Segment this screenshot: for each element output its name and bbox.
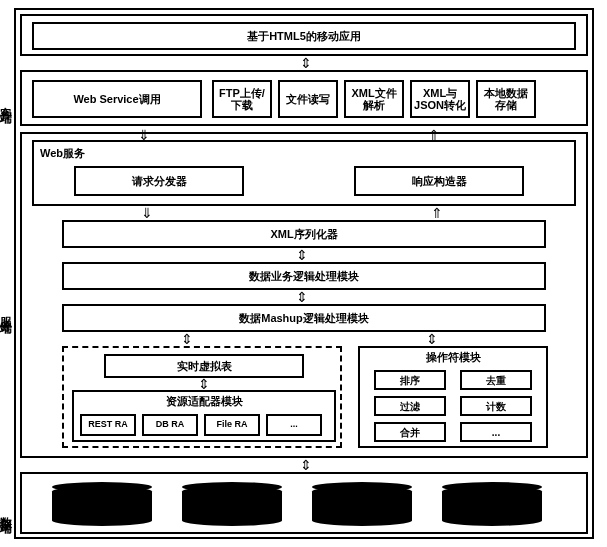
resource-group: 实时虚拟表 ⇕ 资源适配器模块 REST RA DB RA File RA ..… bbox=[62, 346, 342, 448]
ftp-box: FTP上传/下载 bbox=[212, 80, 272, 118]
responder-box: 响应构造器 bbox=[354, 166, 524, 196]
ra-file-box: File RA bbox=[204, 414, 260, 436]
ra-rest-box: REST RA bbox=[80, 414, 136, 436]
ra-db-box: DB RA bbox=[142, 414, 198, 436]
web-service-call-box: Web Service调用 bbox=[32, 80, 202, 118]
data-cylinder-2 bbox=[182, 486, 282, 526]
arrow-dispatcher-down: ⇓ bbox=[137, 206, 157, 220]
arrow-vtable-ra: ⇕ bbox=[194, 378, 214, 390]
data-cylinder-1 bbox=[52, 486, 152, 526]
architecture-diagram: 客户端 基于HTML5的移动应用 ⇕ Web Service调用 FTP上传/下… bbox=[14, 8, 594, 539]
op-merge-box: 合并 bbox=[374, 422, 446, 442]
op-sort-box: 排序 bbox=[374, 370, 446, 390]
op-more-box: ... bbox=[460, 422, 532, 442]
arrow-mashup-right: ⇕ bbox=[422, 332, 442, 346]
mashup-box: 数据Mashup逻辑处理模块 bbox=[62, 304, 546, 332]
data-cylinder-3 bbox=[312, 486, 412, 526]
xml-serializer-box: XML序列化器 bbox=[62, 220, 546, 248]
data-tier bbox=[20, 472, 588, 534]
arrow-ser-biz: ⇕ bbox=[292, 248, 312, 262]
client-app-row: 基于HTML5的移动应用 bbox=[20, 14, 588, 56]
tier-label-data: 数据端 bbox=[0, 485, 14, 535]
ra-module-label: 资源适配器模块 bbox=[74, 394, 334, 409]
tier-label-server: 服务端 bbox=[0, 260, 14, 360]
html5-app-box: 基于HTML5的移动应用 bbox=[32, 22, 576, 50]
arrow-responder-up: ⇑ bbox=[427, 206, 447, 220]
arrow-mashup-left: ⇕ bbox=[177, 332, 197, 346]
xml-parse-box: XML文件解析 bbox=[344, 80, 404, 118]
operator-module-group: 操作符模块 排序 去重 过滤 计数 合并 ... bbox=[358, 346, 548, 448]
local-store-box: 本地数据存储 bbox=[476, 80, 536, 118]
dispatcher-box: 请求分发器 bbox=[74, 166, 244, 196]
arrow-down-to-dispatcher: ⇓ bbox=[134, 128, 154, 142]
operator-module-label: 操作符模块 bbox=[360, 350, 546, 365]
arrow-client-internal: ⇕ bbox=[296, 56, 316, 70]
op-count-box: 计数 bbox=[460, 396, 532, 416]
tier-label-client: 客户端 bbox=[0, 50, 14, 150]
arrow-up-from-responder: ⇑ bbox=[424, 128, 444, 142]
data-cylinder-4 bbox=[442, 486, 542, 526]
ra-module-group: 资源适配器模块 REST RA DB RA File RA ... bbox=[72, 390, 336, 442]
arrow-biz-mashup: ⇕ bbox=[292, 290, 312, 304]
web-service-group: Web服务 ⇓ ⇑ 请求分发器 响应构造器 bbox=[32, 140, 576, 206]
server-tier: Web服务 ⇓ ⇑ 请求分发器 响应构造器 ⇓ ⇑ XML序列化器 ⇕ 数据业务… bbox=[20, 132, 588, 458]
ra-more-box: ... bbox=[266, 414, 322, 436]
web-service-group-label: Web服务 bbox=[40, 146, 85, 161]
arrow-server-data: ⇕ bbox=[296, 458, 316, 472]
op-dedup-box: 去重 bbox=[460, 370, 532, 390]
op-filter-box: 过滤 bbox=[374, 396, 446, 416]
biz-logic-box: 数据业务逻辑处理模块 bbox=[62, 262, 546, 290]
xml-json-box: XML与JSON转化 bbox=[410, 80, 470, 118]
vtable-box: 实时虚拟表 bbox=[104, 354, 304, 378]
file-rw-box: 文件读写 bbox=[278, 80, 338, 118]
client-services-row: Web Service调用 FTP上传/下载 文件读写 XML文件解析 XML与… bbox=[20, 70, 588, 126]
